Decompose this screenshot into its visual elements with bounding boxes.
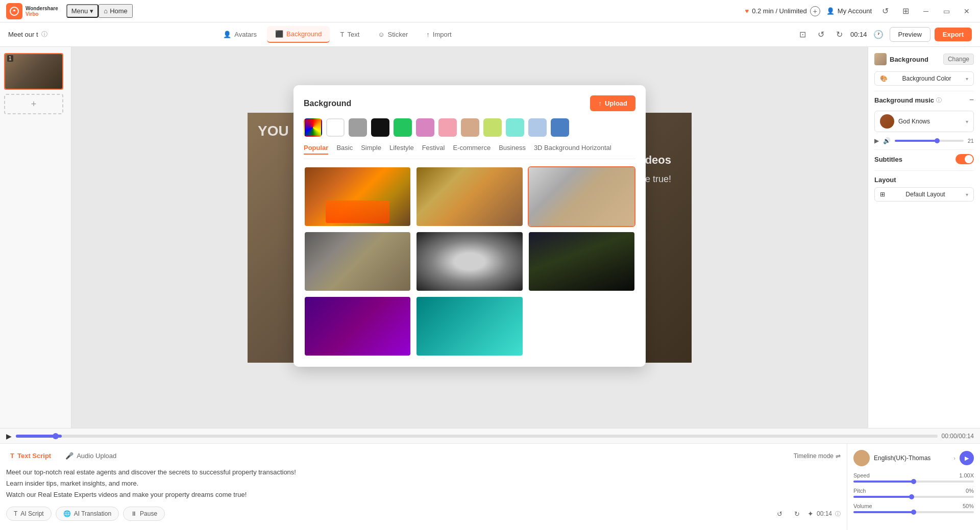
tab-text[interactable]: T Text (332, 27, 368, 42)
grid-button[interactable]: ⊞ (898, 4, 913, 18)
right-panel: Background Change 🎨 Background Color ▾ B… (868, 47, 980, 428)
swatch-teal[interactable] (506, 118, 524, 137)
timeline-time: 00:00/00:14 (942, 433, 974, 440)
close-button[interactable]: ✕ (960, 4, 974, 18)
volume-slider[interactable] (895, 140, 964, 142)
swatch-pink-light[interactable] (416, 118, 434, 137)
bg-thumb-3[interactable] (528, 166, 635, 227)
music-play-button[interactable]: ▶ (874, 137, 879, 144)
tab-import[interactable]: ↑ Import (418, 27, 459, 42)
ai-translation-button[interactable]: 🌐 AI Translation (56, 507, 119, 521)
account-icon: 👤 (826, 7, 835, 15)
swatch-gradient[interactable] (304, 118, 322, 137)
canvas-text-you: YOU (258, 123, 289, 139)
swatch-yellow-green[interactable] (483, 118, 502, 137)
upload-button[interactable]: ↑ Upload (590, 95, 635, 111)
history-button[interactable]: ↺ (878, 4, 892, 18)
voice-play-button[interactable]: ▶ (960, 451, 974, 465)
timeline-track[interactable] (16, 435, 938, 438)
logo: Wondershare Virbo (6, 3, 58, 19)
credits-display: ♥ 0.2 min / Unlimited + (745, 6, 820, 16)
minimize-music-button[interactable]: − (969, 95, 974, 105)
voice-avatar (853, 450, 870, 466)
swatch-pink[interactable] (438, 118, 457, 137)
menu-button[interactable]: Menu ▾ (66, 4, 99, 18)
minimize-button[interactable]: ─ (919, 4, 933, 18)
text-icon: T (340, 31, 344, 38)
restore-button[interactable]: ▭ (939, 4, 953, 18)
toolbar-actions: ⊡ ↺ ↻ 00:14 🕐 Preview Export (795, 27, 972, 42)
music-name: God Knows (898, 118, 962, 125)
main-layout: 1 + YOU Estate Experts videos dreams com… (0, 47, 980, 428)
tab-avatars[interactable]: 👤 Avatars (215, 27, 265, 42)
top-bar-right: ♥ 0.2 min / Unlimited + 👤 My Account ↺ ⊞… (745, 4, 974, 18)
cat-ecommerce[interactable]: E-commerce (453, 144, 491, 155)
bg-thumb-7[interactable] (304, 296, 411, 357)
account-button[interactable]: 👤 My Account (826, 7, 872, 15)
pitch-slider[interactable] (853, 496, 974, 498)
audio-upload-tab[interactable]: 🎤 Audio Upload (61, 450, 120, 462)
home-button[interactable]: ⌂ Home (99, 4, 133, 18)
swatch-light-blue[interactable] (528, 118, 547, 137)
speed-slider[interactable] (853, 481, 974, 483)
swatch-blue[interactable] (551, 118, 569, 137)
screenshot-button[interactable]: ⊡ (795, 28, 810, 42)
bg-color-dropdown[interactable]: 🎨 Background Color ▾ (874, 71, 974, 86)
swatch-gray[interactable] (349, 118, 367, 137)
cat-business[interactable]: Business (499, 144, 526, 155)
swatch-green[interactable] (394, 118, 412, 137)
cat-popular[interactable]: Popular (304, 144, 328, 155)
bg-thumb-4[interactable] (304, 231, 411, 292)
background-popup: Background ↑ Upload (293, 85, 646, 367)
swatch-white[interactable] (326, 118, 345, 137)
tab-avatars-label: Avatars (234, 31, 257, 38)
bg-thumb-2[interactable] (415, 166, 523, 227)
undo-button[interactable]: ↺ (814, 28, 828, 42)
text-script-tab[interactable]: T Text Script (6, 450, 55, 462)
voice-volume-slider[interactable] (853, 511, 974, 513)
text-script-icon: T (10, 452, 14, 460)
swatch-beige[interactable] (461, 118, 479, 137)
export-button[interactable]: Export (935, 28, 972, 41)
cat-simple[interactable]: Simple (361, 144, 381, 155)
ai-script-button[interactable]: T AI Script (6, 507, 52, 521)
help-icon: ⓘ (835, 510, 841, 518)
cat-3d[interactable]: 3D Background Horizontal (534, 144, 611, 155)
tab-sticker[interactable]: ☺ Sticker (370, 27, 416, 42)
script-editor: T Text Script 🎤 Audio Upload Timeline mo… (0, 444, 847, 530)
bg-color-label: Background Color (902, 75, 951, 82)
redo-button[interactable]: ↻ (832, 28, 846, 42)
tab-background[interactable]: ⬛ Background (267, 26, 330, 43)
preview-button[interactable]: Preview (890, 27, 930, 42)
top-bar: Wondershare Virbo Menu ▾ ⌂ Home ♥ 0.2 mi… (0, 0, 980, 22)
subtitles-toggle[interactable] (955, 154, 974, 164)
script-undo-button[interactable]: ↺ (773, 507, 787, 521)
bg-thumb-6[interactable] (528, 231, 635, 292)
change-button[interactable]: Change (943, 54, 974, 65)
account-label: My Account (838, 7, 872, 15)
bg-thumb-8[interactable] (415, 296, 523, 357)
script-line-2: Learn insider tips, market insights, and… (6, 478, 841, 489)
add-slide-button[interactable]: + (4, 94, 63, 114)
swatch-black[interactable] (371, 118, 389, 137)
import-icon: ↑ (426, 31, 430, 38)
cat-basic[interactable]: Basic (336, 144, 353, 155)
pause-button[interactable]: ⏸ Pause (123, 507, 165, 521)
credits-icon: ♥ (745, 7, 749, 15)
layout-icon: ⊞ (880, 191, 885, 198)
cat-festival[interactable]: Festival (422, 144, 445, 155)
magic-icon: ✦ (807, 510, 814, 518)
voice-name: English(UK)-Thomas (874, 455, 949, 462)
layout-dropdown[interactable]: ⊞ Default Layout ▾ (874, 187, 974, 201)
slide-1[interactable]: 1 (4, 53, 63, 90)
script-redo-button[interactable]: ↻ (790, 507, 804, 521)
chevron-icon: ▾ (966, 76, 968, 82)
chevron-down-icon: ▾ (90, 7, 93, 15)
popup-title: Background (304, 99, 351, 108)
timeline-mode-button[interactable]: Timeline mode ⇌ (794, 452, 841, 460)
bg-thumb-5[interactable] (415, 231, 523, 292)
add-credits-button[interactable]: + (810, 6, 820, 16)
timeline-play-button[interactable]: ▶ (6, 432, 12, 440)
cat-lifestyle[interactable]: Lifestyle (389, 144, 414, 155)
bg-thumb-1[interactable] (304, 166, 411, 227)
